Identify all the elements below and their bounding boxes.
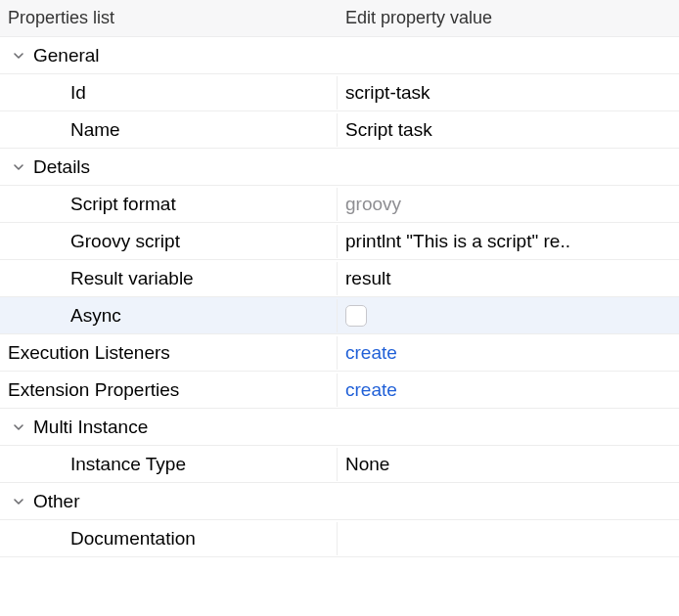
create-extension-property-link[interactable]: create: [338, 374, 679, 407]
property-row-documentation[interactable]: Documentation: [0, 520, 679, 557]
chevron-down-icon: [10, 50, 27, 62]
property-row-async[interactable]: Async: [0, 297, 679, 334]
section-multi-instance[interactable]: Multi Instance: [0, 409, 679, 446]
property-label-id: Id: [0, 76, 338, 110]
async-checkbox[interactable]: [345, 305, 367, 327]
property-row-result-variable[interactable]: Result variable result: [0, 260, 679, 297]
property-row-id[interactable]: Id script-task: [0, 74, 679, 111]
section-details[interactable]: Details: [0, 149, 679, 186]
section-multi-instance-label: Multi Instance: [33, 417, 148, 438]
header-edit-value: Edit property value: [338, 2, 679, 34]
property-label-instance-type: Instance Type: [0, 448, 338, 481]
property-label-name: Name: [0, 113, 338, 147]
property-row-name[interactable]: Name Script task: [0, 111, 679, 149]
property-row-groovy-script[interactable]: Groovy script printlnt "This is a script…: [0, 223, 679, 260]
property-label-extension-properties: Extension Properties: [0, 374, 338, 407]
section-details-label: Details: [33, 156, 90, 178]
property-value-script-format[interactable]: groovy: [338, 188, 679, 221]
chevron-down-icon: [10, 421, 27, 433]
section-general[interactable]: General: [0, 37, 679, 74]
header-properties-list: Properties list: [0, 2, 338, 34]
chevron-down-icon: [10, 161, 27, 173]
property-label-script-format: Script format: [0, 188, 338, 221]
property-label-execution-listeners: Execution Listeners: [0, 336, 338, 370]
property-row-extension-properties[interactable]: Extension Properties create: [0, 372, 679, 409]
section-general-label: General: [33, 45, 100, 66]
property-value-id[interactable]: script-task: [338, 76, 679, 110]
property-label-groovy-script: Groovy script: [0, 225, 338, 258]
property-value-documentation[interactable]: [338, 533, 679, 545]
property-row-instance-type[interactable]: Instance Type None: [0, 446, 679, 483]
create-execution-listener-link[interactable]: create: [338, 336, 679, 370]
property-value-groovy-script[interactable]: printlnt "This is a script" re..: [338, 225, 679, 258]
property-label-documentation: Documentation: [0, 522, 338, 555]
properties-table-header: Properties list Edit property value: [0, 0, 679, 37]
property-label-result-variable: Result variable: [0, 262, 338, 295]
property-value-instance-type[interactable]: None: [338, 448, 679, 481]
property-row-execution-listeners[interactable]: Execution Listeners create: [0, 334, 679, 372]
section-other-label: Other: [33, 491, 80, 512]
property-value-name[interactable]: Script task: [338, 113, 679, 147]
property-row-script-format[interactable]: Script format groovy: [0, 186, 679, 223]
chevron-down-icon: [10, 496, 27, 507]
property-label-async: Async: [0, 299, 338, 332]
property-value-result-variable[interactable]: result: [338, 262, 679, 295]
section-other[interactable]: Other: [0, 483, 679, 520]
